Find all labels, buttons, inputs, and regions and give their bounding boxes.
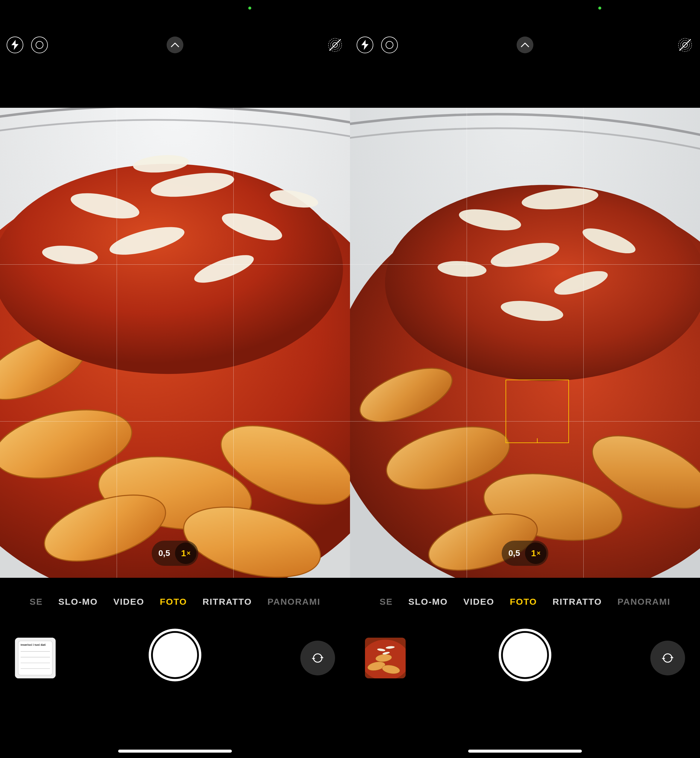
svg-point-0 xyxy=(36,41,43,49)
chevron-up-icon xyxy=(521,42,529,47)
home-indicator[interactable] xyxy=(118,750,232,753)
grid-line xyxy=(350,264,700,265)
flip-camera-button[interactable] xyxy=(650,641,685,675)
top-controls xyxy=(0,36,350,54)
zoom-x-suffix: × xyxy=(187,549,191,557)
grid-line xyxy=(467,108,467,578)
svg-marker-59 xyxy=(670,656,674,658)
flip-camera-icon xyxy=(660,650,675,666)
zoom-1x-label: 1 xyxy=(531,548,536,558)
viewfinder[interactable]: 0,5 1× xyxy=(0,108,350,578)
viewfinder-image xyxy=(0,108,350,578)
zoom-0-5x-button[interactable]: 0,5 xyxy=(503,542,525,564)
zoom-x-suffix: × xyxy=(537,549,541,557)
mode-panorama[interactable]: PANORAMI xyxy=(267,597,320,607)
mode-portrait[interactable]: RITRATTO xyxy=(553,597,602,607)
last-photo-thumbnail[interactable] xyxy=(365,637,406,678)
zoom-1x-button[interactable]: 1× xyxy=(525,542,547,564)
mode-slomo[interactable]: SLO-MO xyxy=(408,597,448,607)
last-photo-thumbnail[interactable]: Inserisci i tuoi dati xyxy=(15,637,56,678)
mode-timelapse[interactable]: SE xyxy=(30,597,43,607)
mode-timelapse[interactable]: SE xyxy=(380,597,393,607)
night-mode-button[interactable] xyxy=(31,36,48,53)
live-photo-off-icon xyxy=(328,38,342,52)
mode-portrait[interactable]: RITRATTO xyxy=(203,597,252,607)
chevron-up-icon xyxy=(171,42,179,47)
thumbnail-image: Inserisci i tuoi dati xyxy=(15,637,56,678)
thumbnail-image xyxy=(365,637,406,678)
grid-line xyxy=(117,108,117,578)
grid-line xyxy=(233,108,234,578)
flash-icon xyxy=(361,40,369,50)
focus-box xyxy=(506,380,569,443)
night-icon xyxy=(385,41,394,49)
shutter-inner xyxy=(153,633,197,677)
grid-line xyxy=(0,421,350,421)
mode-panorama[interactable]: PANORAMI xyxy=(617,597,670,607)
live-photo-off-icon xyxy=(678,38,692,52)
mode-carousel[interactable]: SE SLO-MO VIDEO FOTO RITRATTO PANORAMI xyxy=(350,593,700,611)
live-photo-button[interactable] xyxy=(677,36,694,53)
shutter-button[interactable] xyxy=(499,629,551,681)
svg-marker-29 xyxy=(320,656,324,658)
flip-camera-icon xyxy=(310,650,325,666)
mode-carousel[interactable]: SE SLO-MO VIDEO FOTO RITRATTO PANORAMI xyxy=(0,593,350,611)
flash-button[interactable] xyxy=(6,36,23,53)
svg-text:Inserisci i tuoi dati: Inserisci i tuoi dati xyxy=(20,643,46,646)
svg-marker-60 xyxy=(662,658,665,660)
flip-camera-button[interactable] xyxy=(300,641,335,675)
svg-point-43 xyxy=(385,185,700,381)
night-mode-button[interactable] xyxy=(381,36,398,53)
expand-controls-button[interactable] xyxy=(167,36,183,53)
flash-button[interactable] xyxy=(356,36,373,53)
zoom-control: 0,5 1× xyxy=(502,541,548,566)
zoom-control: 0,5 1× xyxy=(152,541,198,566)
mode-video[interactable]: VIDEO xyxy=(113,597,144,607)
svg-marker-30 xyxy=(312,658,315,660)
mode-video[interactable]: VIDEO xyxy=(463,597,494,607)
zoom-1x-label: 1 xyxy=(181,548,186,558)
viewfinder[interactable]: 0,5 1× xyxy=(350,108,700,578)
live-photo-button[interactable] xyxy=(327,36,344,53)
recording-dot-icon xyxy=(598,6,601,9)
zoom-1x-button[interactable]: 1× xyxy=(175,542,197,564)
bottom-controls xyxy=(350,626,700,686)
mode-photo[interactable]: FOTO xyxy=(160,597,187,607)
grid-line xyxy=(583,108,584,578)
expand-controls-button[interactable] xyxy=(517,36,533,53)
grid-line xyxy=(0,264,350,265)
bottom-controls: Inserisci i tuoi dati xyxy=(0,626,350,686)
zoom-0-5x-button[interactable]: 0,5 xyxy=(153,542,175,564)
shutter-inner xyxy=(503,633,547,677)
svg-line-4 xyxy=(330,39,341,50)
night-icon xyxy=(35,41,44,49)
recording-dot-icon xyxy=(248,6,251,9)
viewfinder-image xyxy=(350,108,700,578)
mode-photo[interactable]: FOTO xyxy=(510,597,537,607)
svg-point-31 xyxy=(386,41,393,49)
camera-screen-right: 0,5 1× SE SLO-MO VIDEO FOTO RITRATTO PAN… xyxy=(350,0,700,758)
flash-icon xyxy=(11,40,19,50)
mode-slomo[interactable]: SLO-MO xyxy=(58,597,98,607)
shutter-button[interactable] xyxy=(149,629,201,681)
top-controls xyxy=(350,36,700,54)
svg-line-35 xyxy=(680,39,691,50)
home-indicator[interactable] xyxy=(468,750,582,753)
camera-screen-left: 0,5 1× SE SLO-MO VIDEO FOTO RITRATTO PAN… xyxy=(0,0,350,758)
